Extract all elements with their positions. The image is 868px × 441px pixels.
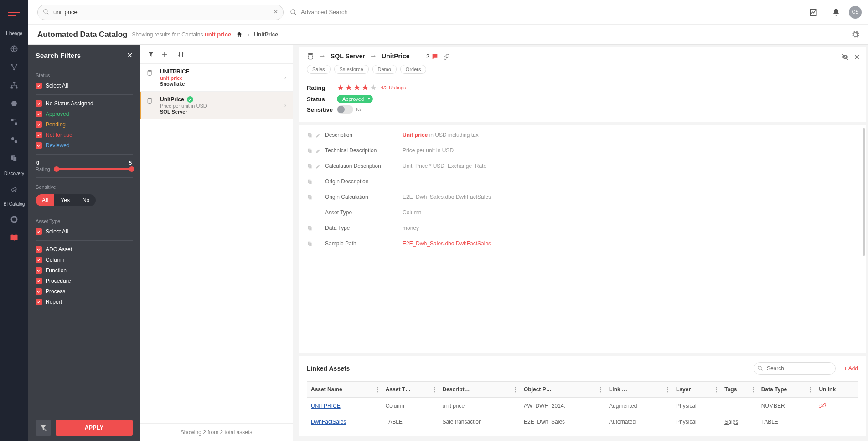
more-icon[interactable]: ⋮ [808,386,813,393]
tag-pill[interactable]: Salesforce [334,65,369,74]
type-function[interactable]: Function [36,267,133,274]
table-header[interactable]: Object P…⋮ [520,382,605,398]
copy-icon[interactable] [307,225,313,231]
select-all-status[interactable]: Select All [36,83,133,89]
plus-icon[interactable] [159,49,170,60]
nav-graph-icon[interactable] [6,59,22,75]
copy-icon[interactable] [307,194,313,200]
status-dropdown[interactable]: Approved [337,95,373,103]
property-row: Data Typemoney [299,220,866,236]
nav-telescope-icon[interactable] [6,181,22,197]
seg-yes[interactable]: Yes [54,194,76,206]
sensitive-toggle[interactable]: No [337,105,362,114]
chevron-right-icon: › [284,74,286,81]
rating-label: Rating [36,166,50,172]
link-icon[interactable] [443,53,450,60]
detail-db[interactable]: SQL Server [331,52,365,60]
tag-pill[interactable]: Orders [400,65,427,74]
edit-icon[interactable] [315,163,321,169]
more-icon[interactable]: ⋮ [850,386,856,393]
status-reviewed[interactable]: Reviewed [36,142,133,149]
tag-pill[interactable]: Sales [307,65,331,74]
table-header[interactable]: Tags⋮ [721,382,758,398]
table-header[interactable]: Unlink⋮ [815,382,858,398]
more-icon[interactable]: ⋮ [665,386,671,393]
clear-icon[interactable]: ✕ [274,9,278,15]
advanced-search-link[interactable]: Advanced Search [290,9,348,16]
edit-icon[interactable] [315,148,321,154]
property-row: Sample PathE2E_Dwh_Sales.dbo.DwhFactSale… [299,236,866,251]
more-icon[interactable]: ⋮ [375,386,380,393]
more-icon[interactable]: ⋮ [513,386,518,393]
close-detail-icon[interactable]: ✕ [854,53,860,62]
table-header[interactable]: Asset Name⋮ [307,382,382,398]
nav-ring-icon[interactable] [6,211,22,228]
comment-icon[interactable] [431,53,439,60]
copy-icon[interactable] [307,179,313,185]
add-link-button[interactable]: + Add [844,365,858,372]
seg-no[interactable]: No [76,194,96,206]
linked-search-input[interactable] [754,362,836,375]
more-icon[interactable]: ⋮ [713,386,719,393]
nav-gear2-icon[interactable] [6,132,22,148]
nav-tree-icon[interactable] [6,77,22,93]
copy-icon[interactable] [307,132,313,138]
seg-all[interactable]: All [36,194,54,206]
unlink-icon[interactable] [819,402,854,409]
status-notforuse[interactable]: Not for use [36,132,133,138]
clear-filters-icon[interactable] [36,420,51,436]
more-icon[interactable]: ⋮ [432,386,437,393]
asset-link[interactable]: UNITPRICE [311,403,341,409]
arrow-right-icon: → [370,52,377,60]
svg-rect-28 [309,180,312,184]
result-item[interactable]: UnitPrice Price per unit in USD SQL Serv… [140,92,293,119]
rating-stars[interactable]: ★★★★★ [337,83,377,93]
filter-icon[interactable] [145,49,156,60]
chevron-right-icon: › [284,102,286,109]
table-header[interactable]: Asset T…⋮ [382,382,439,398]
table-header[interactable]: Descript…⋮ [439,382,521,398]
type-procedure[interactable]: Procedure [36,278,133,284]
rating-slider[interactable] [56,168,133,170]
svg-point-18 [148,70,152,72]
svg-point-10 [11,137,14,140]
svg-point-20 [308,53,313,55]
apply-button[interactable]: APPLY [56,420,133,436]
select-all-assettype[interactable]: Select All [36,228,133,235]
status-approved[interactable]: Approved [36,111,133,117]
visibility-off-icon[interactable] [841,53,849,62]
type-adcasset[interactable]: ADC Asset [36,246,133,253]
chart-icon[interactable] [807,6,820,19]
status-none[interactable]: No Status Assigned [36,100,133,107]
type-process[interactable]: Process [36,288,133,295]
copy-icon[interactable] [307,163,313,169]
result-item[interactable]: UNITPRICE unit price Snowflake › [140,64,293,92]
edit-icon[interactable] [315,132,321,138]
property-row: Origin Description [299,174,866,189]
copy-icon[interactable] [307,241,313,247]
nav-files-icon[interactable] [6,150,22,166]
type-report[interactable]: Report [36,299,133,305]
status-pending[interactable]: Pending [36,121,133,128]
nav-globe-icon[interactable] [6,41,22,57]
user-avatar[interactable]: OS [849,6,862,19]
tag-pill[interactable]: Demo [372,65,397,74]
gear-icon[interactable] [849,28,862,41]
asset-link[interactable]: DwhFactSales [311,419,346,425]
table-header[interactable]: Layer⋮ [672,382,721,398]
nav-circle-icon[interactable] [6,95,22,112]
nav-book-icon[interactable] [6,229,22,246]
table-header[interactable]: Link …⋮ [605,382,672,398]
search-input[interactable] [37,5,284,20]
more-icon[interactable]: ⋮ [750,386,756,393]
more-icon[interactable]: ⋮ [598,386,604,393]
tag-chip[interactable]: Sales [724,419,738,425]
home-icon[interactable] [236,31,243,38]
sort-icon[interactable] [176,49,186,60]
close-icon[interactable]: ✕ [127,51,133,60]
copy-icon[interactable] [307,148,313,154]
table-header[interactable]: Data Type⋮ [758,382,816,398]
bell-icon[interactable] [830,6,842,19]
nav-connect-icon[interactable] [6,114,22,130]
type-column[interactable]: Column [36,257,133,263]
